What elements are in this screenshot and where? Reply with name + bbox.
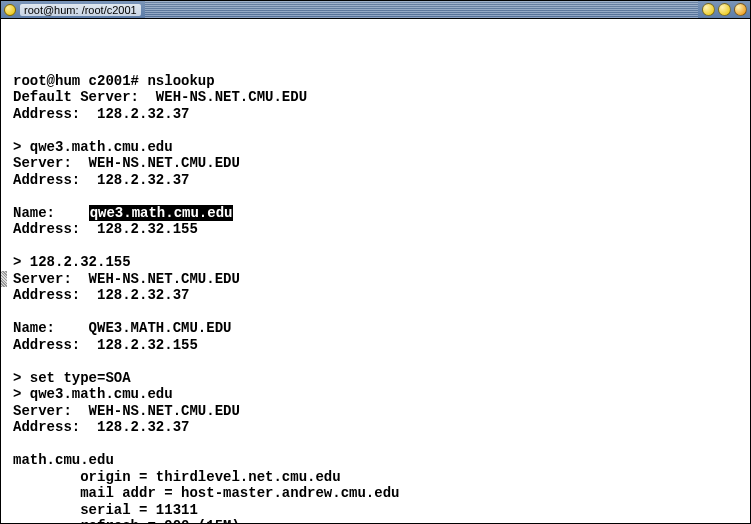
line: > qwe3.math.cmu.edu: [13, 386, 173, 402]
line: Address: 128.2.32.37: [13, 287, 189, 303]
line: Name: QWE3.MATH.CMU.EDU: [13, 320, 231, 336]
line: math.cmu.edu: [13, 452, 114, 468]
line: origin = thirdlevel.net.cmu.edu: [13, 469, 341, 485]
terminal-area[interactable]: root@hum c2001# nslookup Default Server:…: [1, 19, 750, 523]
line: Server: WEH-NS.NET.CMU.EDU: [13, 155, 240, 171]
window-title: root@hum: /root/c2001: [20, 4, 141, 16]
line: > set type=SOA: [13, 370, 131, 386]
maximize-button[interactable]: [718, 3, 731, 16]
line: Address: 128.2.32.155: [13, 221, 198, 237]
highlighted-hostname: qwe3.math.cmu.edu: [89, 205, 234, 221]
line: Address: 128.2.32.155: [13, 337, 198, 353]
line: serial = 11311: [13, 502, 198, 518]
line: Default Server: WEH-NS.NET.CMU.EDU: [13, 89, 307, 105]
line: mail addr = host-master.andrew.cmu.edu: [13, 485, 399, 501]
close-button[interactable]: [734, 3, 747, 16]
titlebar-spacer: [145, 1, 698, 18]
line: Address: 128.2.32.37: [13, 172, 189, 188]
line: Name:: [13, 205, 89, 221]
titlebar[interactable]: root@hum: /root/c2001: [1, 1, 750, 19]
terminal-output: root@hum c2001# nslookup Default Server:…: [9, 73, 742, 523]
titlebar-buttons: [702, 3, 747, 16]
app-icon: [4, 4, 16, 16]
line: Address: 128.2.32.37: [13, 106, 189, 122]
minimize-button[interactable]: [702, 3, 715, 16]
terminal-window: root@hum: /root/c2001 root@hum c2001# ns…: [0, 0, 751, 524]
line: Server: WEH-NS.NET.CMU.EDU: [13, 403, 240, 419]
line: refresh = 900 (15M): [13, 518, 240, 523]
line: Server: WEH-NS.NET.CMU.EDU: [13, 271, 240, 287]
line: root@hum c2001# nslookup: [13, 73, 215, 89]
scroll-indicator: [1, 271, 7, 287]
line: Address: 128.2.32.37: [13, 419, 189, 435]
line: > qwe3.math.cmu.edu: [13, 139, 173, 155]
line: > 128.2.32.155: [13, 254, 131, 270]
